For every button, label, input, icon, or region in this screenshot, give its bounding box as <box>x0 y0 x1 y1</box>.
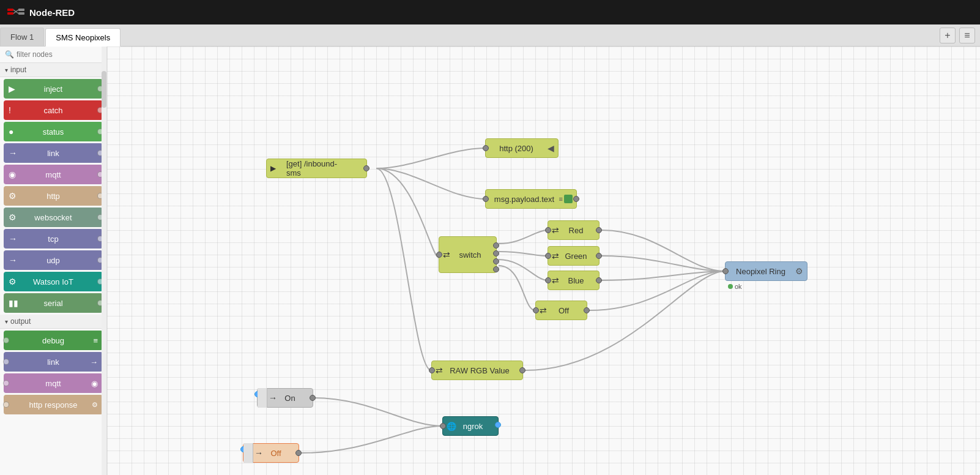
section-output-header[interactable]: ▾ output <box>0 315 106 329</box>
switch-port-r2 <box>493 250 499 256</box>
switch-icon: ⇄ <box>443 250 450 260</box>
ngrok-port-left <box>440 423 446 429</box>
node-udp[interactable]: → udp <box>4 250 103 270</box>
tab-flow1-label: Flow 1 <box>10 32 34 42</box>
svg-rect-0 <box>7 9 13 11</box>
node-udp-label: udp <box>46 256 60 265</box>
canvas-background <box>107 47 980 475</box>
tabbar: Flow 1 SMS Neopixels + ≡ <box>0 24 980 47</box>
node-watson-label: Watson IoT <box>33 277 73 286</box>
node-on-inject[interactable]: → On <box>257 388 313 408</box>
search-icon: 🔍 <box>5 50 14 59</box>
neopixel-gear-icon: ⚙ <box>795 266 803 276</box>
http-200-label: http (200) <box>499 144 533 153</box>
red-port-right <box>596 227 602 233</box>
neopixel-status-text: ok <box>735 283 742 290</box>
http-200-gear-icon: ◀ <box>548 143 554 153</box>
node-websocket[interactable]: ⚙ websocket <box>4 208 103 227</box>
node-off-inject[interactable]: → Off <box>243 443 299 463</box>
catch-icon: ! <box>9 105 11 115</box>
neopixel-ring-label: Neopixel Ring <box>736 267 785 276</box>
node-websocket-label: websocket <box>34 213 72 222</box>
off-inject-label: Off <box>270 449 281 458</box>
websocket-icon: ⚙ <box>9 212 17 222</box>
node-link-out-label: link <box>47 357 59 367</box>
node-catch[interactable]: ! catch <box>4 100 103 120</box>
neopixel-status: ok <box>728 283 742 290</box>
msg-payload-list-icon: ≡ <box>559 195 563 203</box>
http-in-node-icon: ▶ <box>270 164 276 173</box>
node-status[interactable]: ● status <box>4 122 103 141</box>
msg-payload-port-right <box>573 196 579 202</box>
node-link-in[interactable]: → link <box>4 143 103 163</box>
mqtt-out-icon: ◉ <box>91 379 98 388</box>
node-mqtt-in[interactable]: ◉ mqtt <box>4 165 103 184</box>
off-func-icon: ⇄ <box>540 305 547 315</box>
node-watson[interactable]: ⚙ Watson IoT <box>4 272 103 291</box>
node-link-out[interactable]: link → <box>4 352 103 372</box>
node-inject[interactable]: ▶ inject <box>4 79 103 99</box>
node-switch[interactable]: ⇄ switch <box>439 236 497 273</box>
msg-payload-green-box <box>564 195 573 203</box>
add-tab-button[interactable]: + <box>940 28 956 43</box>
node-ngrok[interactable]: 🌐 ngrok <box>442 416 499 436</box>
node-http-200[interactable]: http (200) ◀ <box>485 138 559 158</box>
svg-rect-5 <box>18 12 24 15</box>
serial-icon: ▮▮ <box>9 298 18 308</box>
get-inbound-sms-port-right <box>363 165 369 171</box>
tab-sms-neopixels[interactable]: SMS Neopixels <box>45 28 121 47</box>
node-mqtt-out[interactable]: mqtt ◉ <box>4 373 103 393</box>
watson-icon: ⚙ <box>9 277 17 286</box>
on-inject-label: On <box>284 394 295 403</box>
node-http-response[interactable]: http response ⚙ <box>4 395 103 414</box>
raw-rgb-label: RAW RGB Value <box>450 366 510 375</box>
blue-port-right <box>596 277 602 283</box>
svg-rect-1 <box>7 12 13 15</box>
node-green[interactable]: ⇄ Green <box>548 246 600 266</box>
green-icon: ⇄ <box>552 251 559 261</box>
node-neopixel-ring[interactable]: Neopixel Ring ⚙ ok <box>725 261 807 281</box>
off-inject-port-right <box>295 450 302 456</box>
node-serial[interactable]: ▮▮ serial <box>4 293 103 313</box>
off-inject-arrow-icon: → <box>254 448 263 458</box>
tab-flow1[interactable]: Flow 1 <box>0 28 44 46</box>
ngrok-globe-icon: 🌐 <box>447 422 456 431</box>
node-blue[interactable]: ⇄ Blue <box>548 271 600 290</box>
raw-rgb-port-right <box>519 367 525 373</box>
node-raw-rgb[interactable]: ⇄ RAW RGB Value <box>431 361 523 380</box>
switch-port-r1 <box>493 242 499 249</box>
app-title: Node-RED <box>29 7 75 18</box>
sidebar: 🔍 ▾ input ▶ inject ! catch ● status → li… <box>0 47 107 475</box>
node-link-in-label: link <box>47 149 59 158</box>
mqtt-out-port-left <box>3 380 9 386</box>
app-logo: Node-RED <box>7 6 75 18</box>
ngrok-label: ngrok <box>463 422 483 431</box>
node-debug-label: debug <box>42 336 64 345</box>
on-inject-port-right <box>310 395 316 401</box>
get-inbound-sms-label: [get] /inbound-sms <box>286 159 349 178</box>
ngrok-port-right <box>495 422 501 428</box>
off-func-port-right <box>584 307 590 313</box>
node-tcp-label: tcp <box>48 234 58 244</box>
msg-payload-label: msg.payload.text <box>494 195 554 204</box>
node-msg-payload-text[interactable]: msg.payload.text ≡ <box>485 189 577 209</box>
node-red[interactable]: ⇄ Red <box>548 220 600 240</box>
node-tcp[interactable]: → tcp <box>4 229 103 249</box>
filter-nodes-input[interactable] <box>17 50 107 59</box>
green-label: Green <box>565 252 587 261</box>
main-area: 🔍 ▾ input ▶ inject ! catch ● status → li… <box>0 47 980 475</box>
section-input-header[interactable]: ▾ input <box>0 63 106 77</box>
tab-actions: + ≡ <box>940 28 975 43</box>
green-port-left <box>545 253 551 259</box>
menu-button[interactable]: ≡ <box>959 28 975 43</box>
node-get-inbound-sms[interactable]: ▶ [get] /inbound-sms <box>266 159 367 178</box>
node-http-in-label: http <box>46 192 60 201</box>
sidebar-scrollbar-thumb[interactable] <box>102 71 106 108</box>
node-http-in[interactable]: ⚙ http <box>4 186 103 206</box>
udp-icon: → <box>9 255 17 265</box>
node-off-func[interactable]: ⇄ Off <box>535 301 587 320</box>
node-debug[interactable]: debug ≡ <box>4 331 103 350</box>
blue-label: Blue <box>568 276 584 285</box>
red-label: Red <box>569 226 584 235</box>
flow-canvas[interactable]: ▶ [get] /inbound-sms http (200) ◀ msg.pa… <box>107 47 980 475</box>
